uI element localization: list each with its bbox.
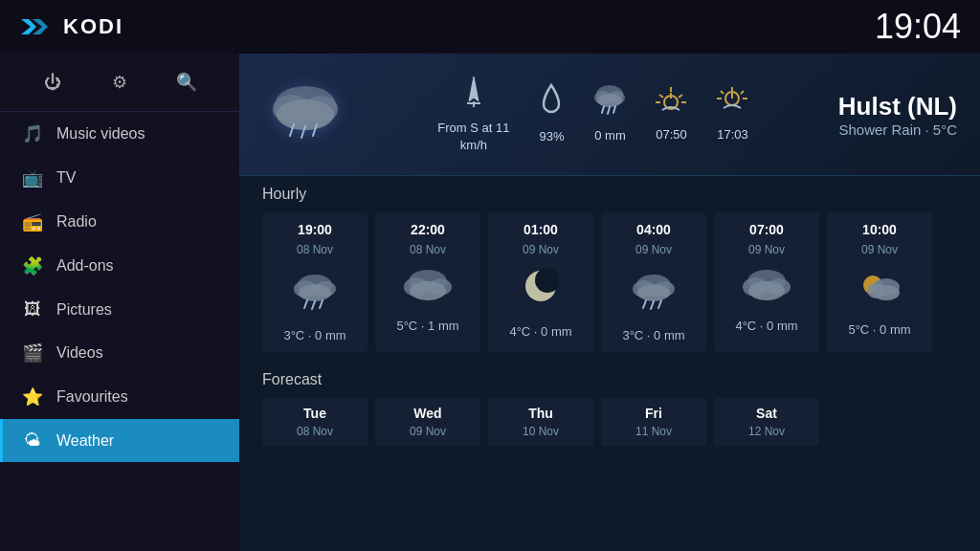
svg-point-56 bbox=[748, 281, 785, 300]
hourly-weather-icon bbox=[743, 266, 791, 309]
forecast-date: 09 Nov bbox=[410, 425, 446, 438]
weather-city: Hulst (NL) bbox=[838, 92, 957, 121]
hourly-date: 09 Nov bbox=[861, 243, 898, 256]
svg-point-45 bbox=[535, 268, 560, 293]
svg-point-36 bbox=[299, 284, 331, 301]
sunset-icon bbox=[716, 85, 748, 121]
hourly-temp: 5°C · 1 mm bbox=[396, 319, 458, 333]
hourly-weather-icon bbox=[630, 266, 678, 319]
hourly-temp: 3°C · 0 mm bbox=[622, 328, 684, 342]
hourly-time: 10:00 bbox=[862, 222, 897, 237]
humidity-value: 93% bbox=[539, 128, 564, 145]
forecast-date: 11 Nov bbox=[635, 425, 672, 438]
hourly-date: 08 Nov bbox=[297, 243, 333, 256]
forecast-card[interactable]: Sat 12 Nov bbox=[714, 398, 819, 446]
hourly-time: 04:00 bbox=[636, 222, 671, 237]
hourly-weather-icon bbox=[404, 266, 452, 309]
forecast-day: Wed bbox=[413, 406, 441, 421]
hourly-card[interactable]: 22:00 08 Nov 5°C · 1 mm bbox=[375, 212, 480, 352]
sunset-stat: 17:03 bbox=[716, 85, 748, 143]
hourly-time: 19:00 bbox=[298, 222, 332, 237]
sunrise-value: 07:50 bbox=[656, 126, 687, 143]
hourly-date: 09 Nov bbox=[748, 243, 785, 256]
sidebar-item-label: TV bbox=[56, 169, 76, 187]
svg-point-49 bbox=[637, 284, 670, 301]
sidebar-item-videos[interactable]: 🎬 Videos bbox=[0, 331, 239, 375]
main-weather-icon bbox=[262, 69, 348, 160]
forecast-day: Sat bbox=[756, 406, 777, 421]
svg-line-51 bbox=[651, 301, 654, 309]
weather-icon: 🌤 bbox=[22, 430, 43, 451]
hourly-temp: 5°C · 0 mm bbox=[848, 322, 910, 337]
add-ons-icon: 🧩 bbox=[22, 255, 43, 276]
sidebar-item-label: Add-ons bbox=[56, 257, 114, 275]
sidebar-item-add-ons[interactable]: 🧩 Add-ons bbox=[0, 244, 239, 288]
sidebar-item-label: Weather bbox=[56, 432, 114, 450]
hourly-weather-icon bbox=[858, 266, 902, 313]
sidebar-item-weather[interactable]: 🌤 Weather bbox=[0, 419, 239, 462]
forecast-day: Fri bbox=[645, 406, 662, 421]
hourly-card[interactable]: 07:00 09 Nov 4°C · 0 mm bbox=[714, 212, 819, 352]
hourly-card[interactable]: 19:00 08 Nov 3°C · 0 mm bbox=[262, 212, 368, 352]
wind-value: From S at 11km/h bbox=[437, 120, 509, 154]
svg-line-50 bbox=[643, 300, 646, 308]
hourly-temp: 3°C · 0 mm bbox=[283, 328, 345, 342]
sidebar-item-music-videos[interactable]: 🎵 Music videos bbox=[0, 112, 239, 156]
svg-marker-0 bbox=[21, 19, 36, 34]
sidebar-item-radio[interactable]: 📻 Radio bbox=[0, 200, 239, 244]
svg-line-28 bbox=[721, 91, 724, 94]
sidebar-item-pictures[interactable]: 🖼 Pictures bbox=[0, 288, 239, 331]
hourly-time: 22:00 bbox=[411, 222, 445, 237]
settings-button[interactable]: ⚙ bbox=[104, 67, 135, 98]
weather-location: Hulst (NL) Shower Rain · 5°C bbox=[838, 92, 957, 138]
forecast-date: 08 Nov bbox=[297, 425, 333, 438]
forecast-day: Tue bbox=[303, 406, 326, 421]
svg-line-16 bbox=[602, 106, 604, 113]
sidebar-item-label: Music videos bbox=[56, 125, 145, 143]
hourly-card[interactable]: 01:00 09 Nov 4°C · 0 mm bbox=[488, 212, 593, 352]
sidebar-item-label: Radio bbox=[56, 213, 97, 231]
svg-point-15 bbox=[597, 94, 622, 107]
svg-line-21 bbox=[659, 95, 663, 98]
sidebar-item-favourites[interactable]: ⭐ Favourites bbox=[0, 375, 239, 419]
logo-area: KODI bbox=[19, 10, 123, 44]
wind-stat: From S at 11km/h bbox=[437, 75, 509, 154]
svg-point-60 bbox=[873, 285, 900, 300]
svg-line-38 bbox=[312, 301, 315, 309]
forecast-card[interactable]: Fri 11 Nov bbox=[601, 398, 706, 446]
humidity-icon bbox=[538, 83, 565, 122]
hourly-section-label: Hourly bbox=[239, 176, 980, 209]
hourly-card[interactable]: 10:00 09 Nov 5°C · 0 mm bbox=[827, 212, 932, 352]
favourites-icon: ⭐ bbox=[22, 386, 43, 408]
svg-line-18 bbox=[613, 106, 615, 113]
hourly-time: 07:00 bbox=[749, 222, 784, 237]
svg-marker-9 bbox=[469, 77, 479, 101]
sunrise-stat: 07:50 bbox=[655, 85, 687, 143]
svg-line-37 bbox=[304, 300, 307, 308]
forecast-card[interactable]: Tue 08 Nov bbox=[262, 398, 368, 446]
sidebar-item-label: Pictures bbox=[56, 301, 112, 319]
weather-stats-row: From S at 11km/h 93% bbox=[368, 75, 819, 154]
weather-header-card: From S at 11km/h 93% bbox=[239, 54, 980, 176]
hourly-card[interactable]: 04:00 09 Nov 3°C · 0 mm bbox=[601, 212, 706, 352]
hourly-time: 01:00 bbox=[523, 222, 558, 237]
forecast-card[interactable]: Wed 09 Nov bbox=[375, 398, 480, 446]
sidebar: ⏻ ⚙ 🔍 🎵 Music videos 📺 TV 📻 Radio 🧩 Add-… bbox=[0, 54, 239, 551]
app-title: KODI bbox=[63, 14, 123, 39]
svg-line-17 bbox=[608, 107, 610, 114]
kodi-logo-icon bbox=[19, 10, 54, 44]
pictures-icon: 🖼 bbox=[22, 299, 43, 320]
search-button[interactable]: 🔍 bbox=[171, 67, 202, 98]
clock: 19:04 bbox=[875, 7, 961, 47]
svg-line-29 bbox=[741, 91, 744, 94]
humidity-stat: 93% bbox=[538, 83, 565, 145]
music-videos-icon: 🎵 bbox=[22, 123, 43, 144]
content-area: From S at 11km/h 93% bbox=[239, 54, 980, 551]
sidebar-item-tv[interactable]: 📺 TV bbox=[0, 156, 239, 200]
rain-stat: 0 mm bbox=[593, 84, 626, 144]
svg-point-43 bbox=[410, 281, 446, 300]
forecast-date: 12 Nov bbox=[748, 425, 785, 438]
forecast-card[interactable]: Thu 10 Nov bbox=[488, 398, 593, 446]
power-button[interactable]: ⏻ bbox=[37, 67, 68, 98]
videos-icon: 🎬 bbox=[22, 342, 43, 364]
